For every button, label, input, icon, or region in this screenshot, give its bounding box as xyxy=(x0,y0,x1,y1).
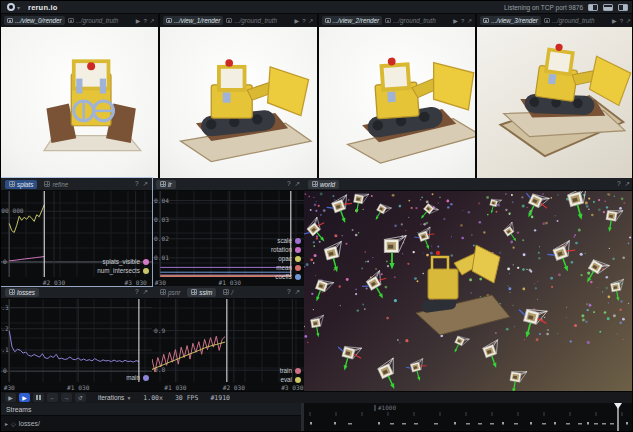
camera-frustum[interactable] xyxy=(323,241,348,273)
step-forward-button[interactable]: → xyxy=(61,393,72,402)
legend-item-eval[interactable]: eval xyxy=(280,376,301,383)
camera-frustum[interactable] xyxy=(502,222,522,244)
camera-frustum[interactable] xyxy=(360,270,395,305)
stream-event-mark[interactable] xyxy=(587,422,589,425)
camera-frustum[interactable] xyxy=(567,191,595,222)
stream-event-mark[interactable] xyxy=(490,423,494,425)
camera-frustum[interactable] xyxy=(482,340,507,370)
camera-frustum[interactable] xyxy=(384,236,406,270)
playback-speed[interactable]: 1.00x xyxy=(143,394,163,402)
help-icon[interactable]: ? xyxy=(143,18,146,24)
plot-losses[interactable]: 0.30.20.10#30#1 030main xyxy=(1,299,152,391)
tab-view-2-render[interactable]: .../view_2/render xyxy=(322,16,383,25)
viewport-view-3[interactable] xyxy=(477,27,633,178)
legend-item-coeffs[interactable]: coeffs xyxy=(275,273,301,280)
legend-item-mean[interactable]: mean xyxy=(276,264,301,271)
plot-ssim[interactable]: 0.90.8#1 030#2 030#3 030traineval xyxy=(152,299,304,391)
world-3d-view[interactable] xyxy=(304,191,633,391)
stream-event-mark[interactable] xyxy=(566,423,570,425)
camera-frustum[interactable] xyxy=(413,226,439,252)
camera-frustum[interactable] xyxy=(372,202,391,224)
tab-lr[interactable]: lr xyxy=(156,180,176,189)
stream-event-mark[interactable] xyxy=(348,423,352,425)
help-icon[interactable]: ? xyxy=(287,288,291,296)
help-icon[interactable]: ? xyxy=(620,18,623,24)
maximize-icon[interactable]: ↗ xyxy=(143,288,148,296)
tab-splats[interactable]: splats xyxy=(5,180,37,189)
camera-frustum[interactable] xyxy=(376,358,405,391)
rerun-logo-icon[interactable] xyxy=(7,3,15,11)
camera-frustum[interactable] xyxy=(508,369,527,391)
legend-item-splats_visible[interactable]: splats_visible xyxy=(103,258,149,265)
camera-frustum[interactable] xyxy=(310,315,327,338)
tab-view-0-render[interactable]: .../view_0/render xyxy=(4,16,65,25)
play-blueprint-icon[interactable]: ▶ xyxy=(612,17,617,24)
camera-frustum[interactable] xyxy=(582,257,610,288)
plot-splats[interactable]: 100 0000#2 030#3 030splats_visiblenum_in… xyxy=(1,191,152,286)
maximize-icon[interactable]: ↗ xyxy=(467,17,472,24)
maximize-icon[interactable]: ↗ xyxy=(308,17,313,24)
tab-psnr[interactable]: psnr xyxy=(156,288,184,297)
camera-frustum[interactable] xyxy=(325,194,357,227)
stream-event-mark[interactable] xyxy=(578,423,582,425)
toggle-left-panel-icon[interactable] xyxy=(588,4,598,11)
follow-latest-button[interactable]: ▶ xyxy=(19,393,30,402)
viewport-view-1[interactable] xyxy=(160,27,319,178)
help-icon[interactable]: ? xyxy=(302,18,305,24)
step-back-button[interactable]: ← xyxy=(47,393,58,402)
stream-event-mark[interactable] xyxy=(334,422,336,425)
tab-view-2-ground-truth[interactable]: .../ground_truth xyxy=(382,16,439,25)
stream-event-mark[interactable] xyxy=(514,423,518,425)
playback-fps[interactable]: 30 FPS xyxy=(175,394,198,402)
tab-view-0-ground-truth[interactable]: .../ground_truth xyxy=(65,16,122,25)
stream-event-mark[interactable] xyxy=(626,422,628,425)
camera-frustum[interactable] xyxy=(405,358,430,383)
tab-refine[interactable]: refine xyxy=(40,180,72,189)
toggle-right-panel-icon[interactable] xyxy=(618,4,628,11)
play-blueprint-icon[interactable]: ▶ xyxy=(295,17,300,24)
toggle-bottom-panel-icon[interactable] xyxy=(603,4,613,11)
stream-event-mark[interactable] xyxy=(554,422,556,425)
viewport-view-2[interactable] xyxy=(319,27,478,178)
play-blueprint-icon[interactable]: ▶ xyxy=(136,17,141,24)
maximize-icon[interactable]: ↗ xyxy=(295,288,300,296)
tab-world[interactable]: world xyxy=(308,180,339,189)
camera-frustum[interactable] xyxy=(418,202,439,224)
camera-frustum[interactable] xyxy=(304,216,333,248)
legend-item-num_intersects[interactable]: num_intersects xyxy=(97,267,149,274)
legend-item-train[interactable]: train xyxy=(280,367,301,374)
tab-root-container[interactable]: / xyxy=(219,288,237,297)
maximize-icon[interactable]: ↗ xyxy=(143,180,148,188)
legend-item-rotation[interactable]: rotation xyxy=(271,246,301,253)
tab-view-1-render[interactable]: .../view_1/render xyxy=(163,16,224,25)
maximize-icon[interactable]: ↗ xyxy=(625,180,630,188)
camera-frustum[interactable] xyxy=(513,304,550,342)
legend-item-opac[interactable]: opac xyxy=(278,255,301,262)
timeline-selector[interactable]: iterations ▼ xyxy=(98,394,131,401)
stream-event-mark[interactable] xyxy=(434,423,438,425)
logo-caret-icon[interactable]: ▾ xyxy=(17,4,20,11)
play-blueprint-icon[interactable]: ▶ xyxy=(453,17,458,24)
stream-event-mark[interactable] xyxy=(390,423,394,425)
help-icon[interactable]: ? xyxy=(135,180,139,188)
maximize-icon[interactable]: ↗ xyxy=(295,180,300,188)
maximize-icon[interactable]: ↗ xyxy=(626,17,631,24)
camera-frustum[interactable] xyxy=(311,277,333,304)
stream-event-mark[interactable] xyxy=(378,422,380,425)
stream-event-mark[interactable] xyxy=(478,423,482,425)
stream-event-mark[interactable] xyxy=(414,423,418,425)
tree-collapse-icon[interactable]: ▸ xyxy=(5,420,8,427)
legend-item-scale[interactable]: scale xyxy=(277,237,301,244)
help-icon[interactable]: ? xyxy=(617,180,621,188)
camera-frustum[interactable] xyxy=(610,279,627,302)
stream-event-mark[interactable] xyxy=(502,422,504,425)
maximize-icon[interactable]: ↗ xyxy=(150,17,155,24)
tab-losses[interactable]: losses xyxy=(5,288,39,297)
stream-event-mark[interactable] xyxy=(454,422,456,425)
viewport-view-0[interactable] xyxy=(1,27,160,178)
legend-item-main[interactable]: main xyxy=(126,374,149,381)
stream-row-losses[interactable]: ▸ ◇ losses/ xyxy=(1,416,301,430)
camera-frustum[interactable] xyxy=(333,342,364,374)
timeline-cursor[interactable] xyxy=(614,403,622,432)
tab-view-3-render[interactable]: .../view_3/render xyxy=(480,16,541,25)
